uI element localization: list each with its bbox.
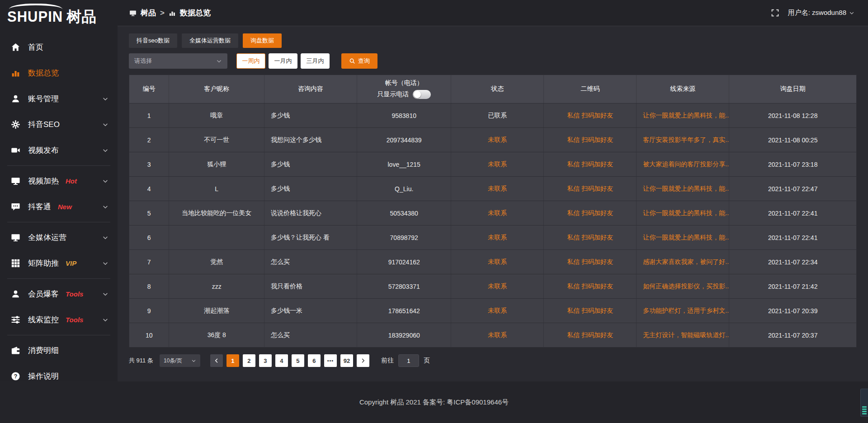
username-label: 用户名: zswodun88 (788, 9, 846, 17)
tab-2[interactable]: 询盘数据 (243, 33, 282, 48)
sidebar-item-help-doc[interactable]: ? 操作说明 (0, 363, 118, 381)
page-button-4[interactable]: 4 (275, 354, 288, 367)
cell-source[interactable]: 让你一眼就爱上的黑科技，能... (637, 103, 729, 127)
column-header-2: 咨询内容 (264, 75, 357, 103)
sidebar-item-video-heat[interactable]: 视频加热Hot (0, 168, 118, 194)
cell-source[interactable]: 多功能护栏灯，适用于乡村文... (637, 299, 729, 323)
cell-qr[interactable]: 私信 扫码加好友 (544, 323, 637, 347)
sidebar-item-doukertong[interactable]: 抖客通New (0, 194, 118, 220)
cell-status: 未联系 (451, 152, 544, 176)
cell-date: 2021-11-07 20:39 (729, 299, 856, 323)
sidebar-item-data-overview[interactable]: 数据总览 (0, 60, 118, 86)
page-button-1[interactable]: 1 (226, 354, 239, 367)
cell-nickname (169, 226, 264, 249)
page-size-value: 10条/页 (164, 357, 182, 365)
cell-nickname: 狐小狸 (169, 152, 264, 176)
range-button-1[interactable]: 一月内 (269, 53, 297, 69)
cell-id: 6 (129, 226, 169, 249)
sidebar-item-video-publish[interactable]: 视频发布 (0, 137, 118, 163)
cell-qr[interactable]: 私信 扫码加好友 (544, 201, 637, 225)
cell-qr[interactable]: 私信 扫码加好友 (544, 299, 637, 323)
cell-source[interactable]: 无主灯设计，智能磁吸轨道灯... (637, 323, 729, 347)
sidebar-item-account-manage[interactable]: 账号管理 (0, 86, 118, 112)
nav-badge: Hot (66, 177, 77, 185)
content-area: 抖音seo数据全媒体运营数据询盘数据 请选择 一周内一月内三月内 查询 编号客户… (118, 26, 868, 381)
filter-bar: 请选择 一周内一月内三月内 查询 (129, 53, 857, 69)
filter-select[interactable]: 请选择 (129, 53, 227, 69)
cell-status: 未联系 (451, 128, 544, 152)
tab-1[interactable]: 全媒体运营数据 (182, 33, 238, 48)
phone-only-toggle[interactable] (413, 90, 431, 99)
topbar: 树品 > 数据总览 用户名: zswodun88 (118, 0, 868, 26)
page-button-5[interactable]: 5 (292, 354, 304, 367)
cell-source[interactable]: 被大家追着问的客厅投影分享... (637, 152, 729, 176)
sidebar-item-home[interactable]: 首页 (0, 34, 118, 60)
logo-text-cn: 树品 (66, 9, 96, 24)
page-button-2[interactable]: 2 (243, 354, 255, 367)
chevron-down-icon (102, 204, 108, 210)
range-button-0[interactable]: 一周内 (236, 53, 265, 69)
sidebar-item-expense-detail[interactable]: 消费明细 (0, 338, 118, 363)
jump-page-input[interactable] (398, 354, 419, 367)
sidebar-item-label: 操作说明 (28, 371, 59, 381)
date-range-group: 一周内一月内三月内 (236, 53, 330, 69)
cell-source[interactable]: 让你一眼就爱上的黑科技，能... (637, 226, 729, 249)
fullscreen-icon[interactable] (771, 9, 779, 17)
cell-status: 未联系 (451, 226, 544, 249)
page-ellipsis[interactable]: ••• (324, 354, 337, 367)
pagination: 共 911 条 10条/页 123456•••92 前往 页 (129, 354, 857, 367)
cell-source[interactable]: 感谢大家喜欢我家，被问了好... (637, 250, 729, 274)
breadcrumb-root[interactable]: 树品 (141, 8, 156, 18)
sidebar-item-media-ops[interactable]: 全媒体运营 (0, 225, 118, 250)
cell-content: 多少钱 (264, 177, 357, 201)
column-header-5: 二维码 (544, 75, 637, 103)
cell-status: 未联系 (451, 274, 544, 298)
cell-status: 已联系 (451, 103, 544, 127)
page-button-3[interactable]: 3 (259, 354, 272, 367)
page-size-select[interactable]: 10条/页 (160, 354, 200, 367)
filter-select-placeholder: 请选择 (134, 57, 152, 65)
cell-source[interactable]: 客厅安装投影半年多了，真实... (637, 128, 729, 152)
table-row: 6多少钱？让我死心 看70898792未联系私信 扫码加好友让你一眼就爱上的黑科… (129, 225, 856, 249)
cell-date: 2021-11-07 23:18 (729, 152, 856, 176)
cell-source[interactable]: 让你一眼就爱上的黑科技，能... (637, 201, 729, 225)
sidebar-item-matrix-boost[interactable]: 矩阵助推VIP (0, 250, 118, 276)
prev-page-button[interactable] (210, 354, 223, 367)
cell-id: 8 (129, 274, 169, 298)
cell-qr[interactable]: 私信 扫码加好友 (544, 128, 637, 152)
cell-nickname: zzz (169, 274, 264, 298)
cell-content: 多少钱一米 (264, 299, 357, 323)
cell-date: 2021-11-07 22:34 (729, 250, 856, 274)
tab-0[interactable]: 抖音seo数据 (129, 33, 177, 48)
cell-qr[interactable]: 私信 扫码加好友 (544, 274, 637, 298)
search-button[interactable]: 查询 (341, 53, 377, 69)
cell-qr[interactable]: 私信 扫码加好友 (544, 226, 637, 249)
user-icon (11, 94, 20, 103)
sidebar-item-douyin-seo[interactable]: 抖音SEO (0, 112, 118, 137)
user-menu[interactable]: 用户名: zswodun88 (788, 9, 854, 17)
sidebar-item-clue-monitor[interactable]: 线索监控Tools (0, 307, 118, 333)
cell-qr[interactable]: 私信 扫码加好友 (544, 103, 637, 127)
cell-source[interactable]: 如何正确选择投影仪，买投影... (637, 274, 729, 298)
column-header-label: 帐号（电话） (385, 79, 423, 87)
page-button-92[interactable]: 92 (340, 354, 353, 367)
cell-date: 2021-11-07 21:42 (729, 274, 856, 298)
sidebar-item-label: 视频加热 (28, 176, 59, 186)
cell-qr[interactable]: 私信 扫码加好友 (544, 177, 637, 201)
cell-qr[interactable]: 私信 扫码加好友 (544, 152, 637, 176)
page-button-6[interactable]: 6 (308, 354, 321, 367)
next-page-button[interactable] (357, 354, 369, 367)
cell-qr[interactable]: 私信 扫码加好友 (544, 250, 637, 274)
cell-source[interactable]: 让你一眼就爱上的黑科技，能... (637, 177, 729, 201)
page-buttons: 123456•••92 (210, 354, 369, 367)
sidebar-item-label: 账号管理 (28, 94, 59, 104)
gear-icon (11, 120, 20, 129)
cell-id: 9 (129, 299, 169, 323)
range-button-2[interactable]: 三月内 (301, 53, 330, 69)
cell-date: 2021-11-07 22:47 (729, 177, 856, 201)
sidebar-item-member-baoke[interactable]: 会员爆客Tools (0, 281, 118, 307)
chart-icon (11, 68, 20, 78)
sidebar-divider (7, 165, 110, 166)
table-row: 5当地比较能吃的一位美女说说价格让我死心50534380未联系私信 扫码加好友让… (129, 201, 856, 225)
chevron-down-icon (102, 291, 108, 297)
